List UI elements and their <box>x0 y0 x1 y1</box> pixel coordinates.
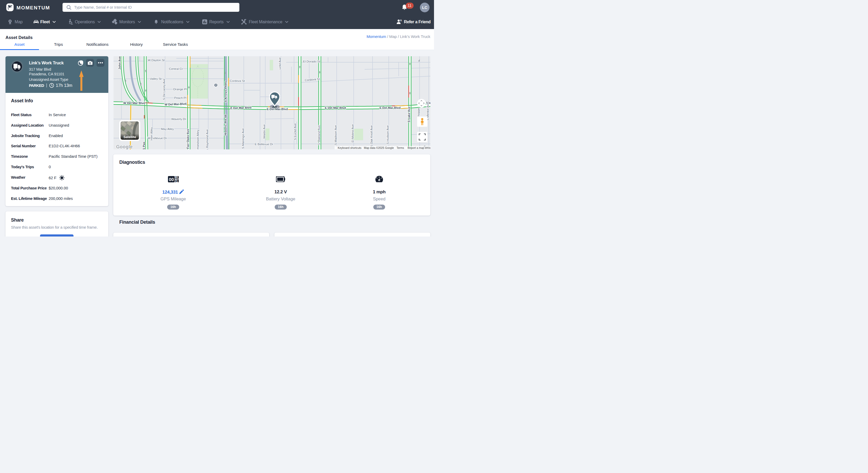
svg-text:W Del Mar Blvd: W Del Mar Blvd <box>123 101 145 105</box>
svg-text:S Arroyo Pkwy: S Arroyo Pkwy <box>224 81 227 102</box>
svg-text:May Alley: May Alley <box>161 127 174 130</box>
svg-text:Central Ct: Central Ct <box>169 67 183 70</box>
svg-text:Valley St: Valley St <box>150 77 162 80</box>
svg-text:Edmondson Alley: Edmondson Alley <box>196 130 199 149</box>
svg-text:S Marengo Ave: S Marengo Ave <box>242 128 245 149</box>
svg-text:E Del Mar Blvd: E Del Mar Blvd <box>267 107 288 111</box>
svg-text:Historic Rte 66: Historic Rte 66 <box>224 114 227 135</box>
svg-text:Orange Pl: Orange Pl <box>173 88 187 91</box>
svg-text:Fair Oaks Ave: Fair Oaks Ave <box>186 129 189 149</box>
svg-text:S Euclid Ave: S Euclid Ave <box>293 123 297 140</box>
svg-text:hoppe: hoppe <box>417 108 420 117</box>
svg-text:Cordova St: Cordova St <box>230 79 245 83</box>
svg-text:El Molino Ave: El Molino Ave <box>351 124 354 142</box>
svg-text:Peach Pl: Peach Pl <box>174 96 186 99</box>
svg-text:Herr Alley: Herr Alley <box>150 127 153 140</box>
svg-text:Waverly Dr: Waverly Dr <box>172 118 186 121</box>
svg-text:Terms: Terms <box>397 146 404 149</box>
svg-text:S Oak Knoll Ave: S Oak Knoll Ave <box>370 125 373 147</box>
svg-text:E Del Mar Blvd: E Del Mar Blvd <box>380 106 401 109</box>
svg-text:W Dayton St: W Dayton St <box>148 59 165 62</box>
svg-text:S Oakland Ave: S Oakland Ave <box>317 125 320 145</box>
svg-text:S Madison Ave: S Madison Ave <box>334 125 337 145</box>
svg-text:Map data ©2025 Google: Map data ©2025 Google <box>364 146 394 149</box>
svg-text:S Raymond Ave: S Raymond Ave <box>206 129 209 149</box>
svg-text:uclid Ave: uclid Ave <box>278 58 281 70</box>
svg-text:Report a map error: Report a map error <box>408 146 430 149</box>
svg-text:E Del Mar Blvd: E Del Mar Blvd <box>325 106 346 109</box>
svg-text:S Hudson Ave: S Hudson Ave <box>386 125 389 145</box>
svg-text:John Ave: John Ave <box>118 56 121 70</box>
svg-text:S Lake Ave: S Lake Ave <box>407 106 410 122</box>
svg-text:E Bellevue Dr: E Bellevue Dr <box>255 143 273 146</box>
svg-text:Google: Google <box>116 144 133 149</box>
svg-text:$: $ <box>400 19 402 22</box>
svg-text:El Dorado St: El Dorado St <box>303 60 320 63</box>
svg-text:Satellite: Satellite <box>123 135 136 139</box>
svg-text:00: 00 <box>169 177 174 182</box>
svg-text:Keyboard shortcuts: Keyboard shortcuts <box>338 146 361 149</box>
svg-text:S Pas: S Pas <box>142 142 146 149</box>
svg-text:Waldo Ave: Waldo Ave <box>262 124 266 138</box>
svg-text:S De Lacey Ave: S De Lacey Ave <box>162 79 165 100</box>
